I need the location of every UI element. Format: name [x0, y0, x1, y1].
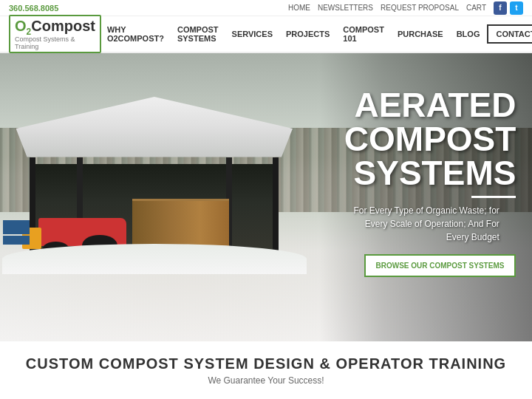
below-hero-section: CUSTOM COMPOST SYSTEM DESIGN & OPERATOR …: [0, 341, 532, 399]
nav-why[interactable]: WHY O2COMPOST?: [101, 21, 170, 47]
twitter-icon[interactable]: t: [510, 1, 523, 15]
hero-divider: [471, 196, 516, 198]
nav-purchase[interactable]: PURCHASE: [392, 25, 449, 43]
logo-brand: O2Compost: [15, 18, 95, 37]
nav-compost101[interactable]: COMPOST 101: [337, 21, 390, 47]
hero-title: AERATED COMPOST SYSTEMS: [344, 88, 516, 190]
hero-subtitle: For Every Type of Organic Waste; for Eve…: [344, 204, 499, 244]
shelter-structure: [16, 94, 293, 261]
facebook-icon[interactable]: f: [494, 1, 507, 15]
logo-o2: O2: [15, 18, 31, 34]
logo[interactable]: O2Compost Compost Systems & Training: [9, 15, 101, 53]
logo-box: O2Compost Compost Systems & Training: [9, 15, 101, 53]
request-proposal-link[interactable]: REQUEST PROPOSAL: [381, 4, 459, 12]
shelter-roof: [16, 94, 293, 157]
nav-contact[interactable]: CONTACT: [487, 24, 532, 44]
hero-title-line1: AERATED: [344, 88, 516, 122]
roof-shape: [16, 94, 293, 157]
hero-section: AERATED COMPOST SYSTEMS For Every Type o…: [0, 53, 532, 341]
hero-text-block: AERATED COMPOST SYSTEMS For Every Type o…: [344, 88, 516, 277]
bench-back: [3, 220, 30, 234]
hero-title-line3: SYSTEMS: [344, 156, 516, 190]
main-nav: O2Compost Compost Systems & Training WHY…: [0, 16, 532, 53]
below-hero-title: CUSTOM COMPOST SYSTEM DESIGN & OPERATOR …: [26, 355, 506, 372]
nav-links: WHY O2COMPOST? COMPOST SYSTEMS SERVICES …: [101, 21, 532, 47]
hero-title-line2: COMPOST: [344, 122, 516, 156]
pole-right: [273, 157, 279, 261]
nav-services[interactable]: SERVICES: [226, 25, 279, 43]
logo-tagline: Compost Systems & Training: [15, 35, 95, 50]
phone-number[interactable]: 360.568.8085: [9, 4, 58, 13]
nav-projects[interactable]: PROJECTS: [280, 25, 335, 43]
nav-systems[interactable]: COMPOST SYSTEMS: [171, 21, 225, 47]
bench: [3, 220, 30, 255]
top-nav-links: HOME NEWSLETTERS REQUEST PROPOSAL CART f…: [288, 1, 523, 15]
hero-cta-button[interactable]: BROWSE OUR COMPOST SYSTEMS: [364, 254, 516, 277]
below-hero-subtitle: We Guarantee Your Success!: [208, 375, 324, 386]
logo-compost-text: Compost: [31, 18, 95, 34]
snow-ground-front: [2, 244, 307, 274]
social-links: f t: [494, 1, 523, 15]
newsletters-link[interactable]: NEWSLETTERS: [318, 4, 373, 12]
cart-link[interactable]: CART: [466, 4, 486, 12]
nav-blog[interactable]: BLOG: [451, 25, 486, 43]
bench-seat: [3, 236, 30, 245]
home-link[interactable]: HOME: [288, 4, 310, 12]
top-bar: 360.568.8085 HOME NEWSLETTERS REQUEST PR…: [0, 0, 532, 16]
